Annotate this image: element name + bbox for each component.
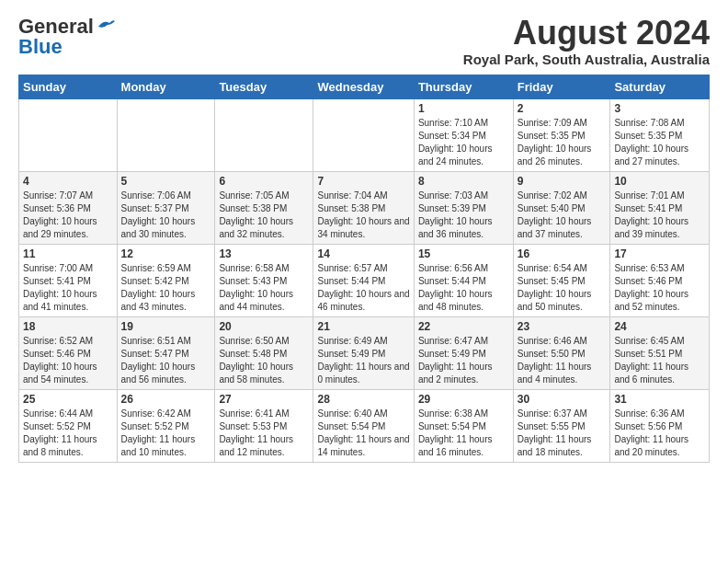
day-number: 15 xyxy=(418,247,509,260)
calendar-cell: 8Sunrise: 7:03 AMSunset: 5:39 PMDaylight… xyxy=(414,171,513,244)
day-info: Sunrise: 7:01 AMSunset: 5:41 PMDaylight:… xyxy=(614,190,705,241)
calendar-week-row: 18Sunrise: 6:52 AMSunset: 5:46 PMDayligh… xyxy=(19,316,710,389)
day-info: Sunrise: 7:06 AMSunset: 5:37 PMDaylight:… xyxy=(121,190,211,241)
calendar-week-row: 4Sunrise: 7:07 AMSunset: 5:36 PMDaylight… xyxy=(19,171,710,244)
day-info: Sunrise: 6:57 AMSunset: 5:44 PMDaylight:… xyxy=(317,262,409,314)
day-info: Sunrise: 7:08 AMSunset: 5:35 PMDaylight:… xyxy=(614,117,705,168)
weekday-header-wednesday: Wednesday xyxy=(313,75,414,98)
day-number: 27 xyxy=(219,393,309,406)
day-info: Sunrise: 6:47 AMSunset: 5:49 PMDaylight:… xyxy=(418,335,509,386)
calendar-cell: 25Sunrise: 6:44 AMSunset: 5:52 PMDayligh… xyxy=(19,389,118,462)
day-info: Sunrise: 7:02 AMSunset: 5:40 PMDaylight:… xyxy=(518,190,607,241)
calendar-cell: 15Sunrise: 6:56 AMSunset: 5:44 PMDayligh… xyxy=(414,244,513,316)
day-number: 18 xyxy=(23,320,113,333)
day-info: Sunrise: 6:54 AMSunset: 5:45 PMDaylight:… xyxy=(518,262,607,314)
calendar-cell: 29Sunrise: 6:38 AMSunset: 5:54 PMDayligh… xyxy=(414,389,513,462)
calendar-cell: 19Sunrise: 6:51 AMSunset: 5:47 PMDayligh… xyxy=(117,316,215,389)
day-number: 2 xyxy=(518,102,607,115)
day-number: 19 xyxy=(121,320,211,333)
day-number: 6 xyxy=(219,175,309,188)
calendar-cell: 6Sunrise: 7:05 AMSunset: 5:38 PMDaylight… xyxy=(215,171,313,244)
logo-bird-icon xyxy=(97,17,117,34)
weekday-header-tuesday: Tuesday xyxy=(215,75,313,98)
day-number: 30 xyxy=(518,393,607,406)
calendar-cell: 13Sunrise: 6:58 AMSunset: 5:43 PMDayligh… xyxy=(215,244,313,316)
day-info: Sunrise: 6:46 AMSunset: 5:50 PMDaylight:… xyxy=(518,335,607,386)
calendar-cell: 23Sunrise: 6:46 AMSunset: 5:50 PMDayligh… xyxy=(513,316,610,389)
calendar-cell: 2Sunrise: 7:09 AMSunset: 5:35 PMDaylight… xyxy=(513,98,610,171)
day-info: Sunrise: 7:10 AMSunset: 5:34 PMDaylight:… xyxy=(418,117,509,168)
calendar-cell: 14Sunrise: 6:57 AMSunset: 5:44 PMDayligh… xyxy=(313,244,414,316)
calendar-cell: 28Sunrise: 6:40 AMSunset: 5:54 PMDayligh… xyxy=(313,389,414,462)
day-number: 29 xyxy=(418,393,509,406)
title-block: August 2024 Royal Park, South Australia,… xyxy=(463,15,710,67)
day-info: Sunrise: 6:51 AMSunset: 5:47 PMDaylight:… xyxy=(121,335,211,386)
weekday-header-saturday: Saturday xyxy=(610,75,710,98)
day-info: Sunrise: 6:41 AMSunset: 5:53 PMDaylight:… xyxy=(219,408,309,459)
calendar-cell: 22Sunrise: 6:47 AMSunset: 5:49 PMDayligh… xyxy=(414,316,513,389)
day-info: Sunrise: 7:07 AMSunset: 5:36 PMDaylight:… xyxy=(23,190,113,241)
day-info: Sunrise: 6:44 AMSunset: 5:52 PMDaylight:… xyxy=(23,408,113,459)
day-number: 12 xyxy=(121,247,211,260)
day-number: 21 xyxy=(317,320,409,333)
page-header: General Blue August 2024 Royal Park, Sou… xyxy=(18,15,710,67)
weekday-header-row: SundayMondayTuesdayWednesdayThursdayFrid… xyxy=(19,75,710,98)
day-number: 28 xyxy=(317,393,409,406)
calendar-cell: 1Sunrise: 7:10 AMSunset: 5:34 PMDaylight… xyxy=(414,98,513,171)
day-number: 1 xyxy=(418,102,509,115)
day-number: 9 xyxy=(518,175,607,188)
day-info: Sunrise: 7:00 AMSunset: 5:41 PMDaylight:… xyxy=(23,262,113,314)
day-number: 14 xyxy=(317,247,409,260)
day-number: 4 xyxy=(23,175,113,188)
calendar-cell: 31Sunrise: 6:36 AMSunset: 5:56 PMDayligh… xyxy=(610,389,710,462)
day-info: Sunrise: 6:40 AMSunset: 5:54 PMDaylight:… xyxy=(317,408,409,459)
day-info: Sunrise: 7:03 AMSunset: 5:39 PMDaylight:… xyxy=(418,190,509,241)
day-info: Sunrise: 6:52 AMSunset: 5:46 PMDaylight:… xyxy=(23,335,113,386)
calendar-cell: 17Sunrise: 6:53 AMSunset: 5:46 PMDayligh… xyxy=(610,244,710,316)
location: Royal Park, South Australia, Australia xyxy=(463,52,710,67)
calendar-cell: 10Sunrise: 7:01 AMSunset: 5:41 PMDayligh… xyxy=(610,171,710,244)
calendar-week-row: 25Sunrise: 6:44 AMSunset: 5:52 PMDayligh… xyxy=(19,389,710,462)
day-info: Sunrise: 7:09 AMSunset: 5:35 PMDaylight:… xyxy=(518,117,607,168)
day-number: 17 xyxy=(614,247,705,260)
calendar-cell: 24Sunrise: 6:45 AMSunset: 5:51 PMDayligh… xyxy=(610,316,710,389)
day-info: Sunrise: 6:50 AMSunset: 5:48 PMDaylight:… xyxy=(219,335,309,386)
calendar-cell xyxy=(117,98,215,171)
weekday-header-thursday: Thursday xyxy=(414,75,513,98)
day-number: 16 xyxy=(518,247,607,260)
day-info: Sunrise: 6:38 AMSunset: 5:54 PMDaylight:… xyxy=(418,408,509,459)
calendar-cell xyxy=(313,98,414,171)
calendar-cell: 21Sunrise: 6:49 AMSunset: 5:49 PMDayligh… xyxy=(313,316,414,389)
calendar-cell: 16Sunrise: 6:54 AMSunset: 5:45 PMDayligh… xyxy=(513,244,610,316)
calendar-cell: 26Sunrise: 6:42 AMSunset: 5:52 PMDayligh… xyxy=(117,389,215,462)
calendar-cell: 7Sunrise: 7:04 AMSunset: 5:38 PMDaylight… xyxy=(313,171,414,244)
day-number: 10 xyxy=(614,175,705,188)
day-number: 31 xyxy=(614,393,705,406)
day-info: Sunrise: 7:05 AMSunset: 5:38 PMDaylight:… xyxy=(219,190,309,241)
day-number: 22 xyxy=(418,320,509,333)
day-number: 26 xyxy=(121,393,211,406)
calendar-week-row: 1Sunrise: 7:10 AMSunset: 5:34 PMDaylight… xyxy=(19,98,710,171)
day-number: 11 xyxy=(23,247,113,260)
day-number: 20 xyxy=(219,320,309,333)
day-info: Sunrise: 6:36 AMSunset: 5:56 PMDaylight:… xyxy=(614,408,705,459)
calendar-cell: 18Sunrise: 6:52 AMSunset: 5:46 PMDayligh… xyxy=(19,316,118,389)
day-info: Sunrise: 6:37 AMSunset: 5:55 PMDaylight:… xyxy=(518,408,607,459)
day-info: Sunrise: 6:49 AMSunset: 5:49 PMDaylight:… xyxy=(317,335,409,386)
day-number: 8 xyxy=(418,175,509,188)
day-number: 3 xyxy=(614,102,705,115)
day-info: Sunrise: 6:45 AMSunset: 5:51 PMDaylight:… xyxy=(614,335,705,386)
day-number: 25 xyxy=(23,393,113,406)
weekday-header-monday: Monday xyxy=(117,75,215,98)
day-info: Sunrise: 7:04 AMSunset: 5:38 PMDaylight:… xyxy=(317,190,409,241)
day-info: Sunrise: 6:59 AMSunset: 5:42 PMDaylight:… xyxy=(121,262,211,314)
calendar-cell: 4Sunrise: 7:07 AMSunset: 5:36 PMDaylight… xyxy=(19,171,118,244)
calendar-cell xyxy=(19,98,118,171)
calendar-cell: 27Sunrise: 6:41 AMSunset: 5:53 PMDayligh… xyxy=(215,389,313,462)
calendar-cell: 20Sunrise: 6:50 AMSunset: 5:48 PMDayligh… xyxy=(215,316,313,389)
calendar-cell: 5Sunrise: 7:06 AMSunset: 5:37 PMDaylight… xyxy=(117,171,215,244)
calendar-cell: 9Sunrise: 7:02 AMSunset: 5:40 PMDaylight… xyxy=(513,171,610,244)
logo-blue: Blue xyxy=(18,35,63,59)
calendar-cell: 3Sunrise: 7:08 AMSunset: 5:35 PMDaylight… xyxy=(610,98,710,171)
calendar-cell: 11Sunrise: 7:00 AMSunset: 5:41 PMDayligh… xyxy=(19,244,118,316)
